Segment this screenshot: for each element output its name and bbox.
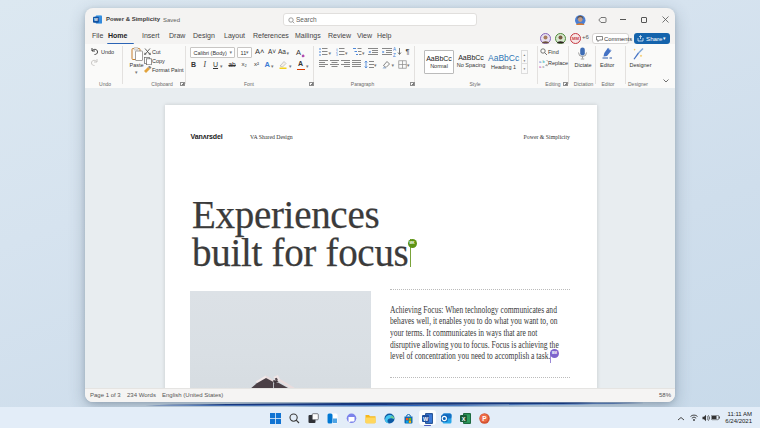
svg-text:X: X: [462, 415, 466, 421]
svg-text:c: c: [543, 64, 545, 68]
svg-text:Z: Z: [393, 53, 396, 58]
svg-text:3: 3: [336, 53, 338, 56]
svg-text:W: W: [94, 17, 98, 22]
svg-text:P: P: [482, 415, 487, 422]
svg-text:A: A: [393, 47, 396, 52]
svg-text:MM: MM: [572, 36, 579, 41]
svg-text:W: W: [423, 415, 429, 421]
